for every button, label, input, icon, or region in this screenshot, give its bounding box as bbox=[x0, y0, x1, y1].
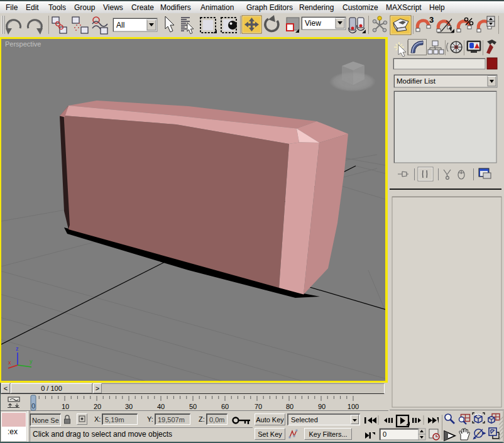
svg-text:70: 70 bbox=[255, 403, 262, 410]
svg-text:All: All bbox=[116, 21, 124, 30]
svg-text:40: 40 bbox=[157, 403, 165, 410]
svg-text:0: 0 bbox=[31, 402, 35, 410]
svg-text:30: 30 bbox=[125, 403, 133, 410]
svg-text:View: View bbox=[305, 19, 321, 28]
svg-text:z: z bbox=[16, 346, 19, 352]
svg-text:0: 0 bbox=[383, 430, 386, 438]
svg-text:Modifier List: Modifier List bbox=[397, 77, 436, 85]
svg-text:90: 90 bbox=[318, 403, 326, 410]
svg-text:10: 10 bbox=[62, 403, 69, 410]
svg-text:80: 80 bbox=[286, 403, 293, 410]
svg-text:Perspective: Perspective bbox=[5, 40, 41, 48]
svg-text:x: x bbox=[8, 359, 11, 366]
svg-text:60: 60 bbox=[221, 403, 229, 410]
svg-text:50: 50 bbox=[189, 403, 197, 410]
svg-text:100: 100 bbox=[348, 403, 359, 410]
svg-text:y: y bbox=[30, 358, 33, 364]
svg-text:3: 3 bbox=[429, 15, 434, 25]
svg-text:20: 20 bbox=[94, 403, 101, 410]
